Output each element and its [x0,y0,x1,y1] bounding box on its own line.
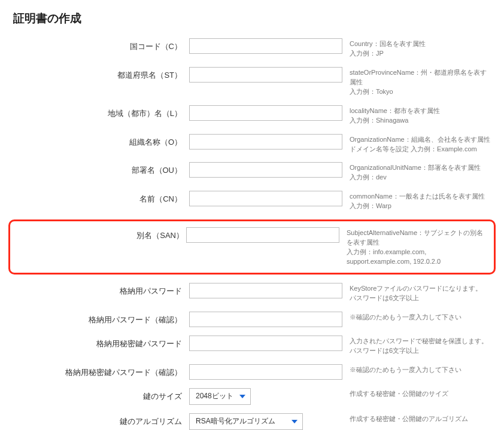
label-country: 国コード（C） [13,38,182,52]
hint-privatekey-password: 入力されたパスワードで秘密鍵を保護します。パスワードは6文字以上 [350,336,491,356]
row-san: 別名（SAN） SubjectAlternativeName：サブジェクトの別名… [8,219,496,275]
row-locality: 地域（都市）名（L） localityName：都市を表す属性入力例：Shina… [13,105,491,126]
input-privatekey-password-confirm[interactable] [189,364,342,380]
row-keystore-password-confirm: 格納用パスワード（確認） ※確認のためもう一度入力して下さい [13,312,491,327]
hint-privatekey-password-confirm: ※確認のためもう一度入力して下さい [350,364,491,375]
select-keyalgo-value: RSA暗号化アルゴリズム [196,416,275,426]
input-state[interactable] [189,67,342,83]
input-san[interactable] [186,227,339,243]
hint-country: Country：国名を表す属性入力例：JP [350,38,491,59]
label-org: 組織名称（O） [13,134,182,148]
input-org[interactable] [189,134,342,150]
row-keysize: 鍵のサイズ 2048ビット 作成する秘密鍵・公開鍵のサイズ [13,388,491,405]
certificate-form: 国コード（C） Country：国名を表す属性入力例：JP 都道府県名（ST） … [13,38,491,430]
row-privatekey-password: 格納用秘密鍵パスワード 入力されたパスワードで秘密鍵を保護します。パスワードは6… [13,336,491,356]
label-keyalgo: 鍵のアルゴリズム [13,413,182,427]
hint-state: stateOrProvinceName：州・都道府県名を表す属性入力例：Toky… [350,67,491,97]
label-keystore-password-confirm: 格納用パスワード（確認） [13,312,182,325]
input-locality[interactable] [189,105,342,121]
row-privatekey-password-confirm: 格納用秘密鍵パスワード（確認） ※確認のためもう一度入力して下さい [13,364,491,380]
input-keystore-password[interactable] [189,283,342,298]
row-org: 組織名称（O） OrganizationName：組織名、会社名を表す属性ドメイ… [13,134,491,154]
hint-locality: localityName：都市を表す属性入力例：Shinagawa [350,105,491,126]
page-title: 証明書の作成 [13,11,491,26]
hint-cn: commonName：一般名または氏名を表す属性入力例：Warp [350,191,491,211]
input-keystore-password-confirm[interactable] [189,312,342,327]
hint-keystore-password: KeyStoreファイルのパスワードになります。パスワードは6文字以上 [350,283,491,303]
hint-org: OrganizationName：組織名、会社名を表す属性ドメイン名等を設定 入… [350,134,491,154]
row-keystore-password: 格納用パスワード KeyStoreファイルのパスワードになります。パスワードは6… [13,283,491,303]
select-keysize[interactable]: 2048ビット [189,388,251,405]
label-state: 都道府県名（ST） [13,67,182,81]
hint-keyalgo: 作成する秘密鍵・公開鍵のアルゴリズム [350,413,491,424]
input-privatekey-password[interactable] [189,336,342,351]
caret-down-icon [239,395,245,398]
label-locality: 地域（都市）名（L） [13,105,182,119]
select-keysize-value: 2048ビット [196,391,233,401]
input-ou[interactable] [189,162,342,178]
hint-keystore-password-confirm: ※確認のためもう一度入力して下さい [350,312,491,322]
row-cn: 名前（CN） commonName：一般名または氏名を表す属性入力例：Warp [13,191,491,211]
row-country: 国コード（C） Country：国名を表す属性入力例：JP [13,38,491,59]
label-cn: 名前（CN） [13,191,182,205]
input-cn[interactable] [189,191,342,206]
caret-down-icon [292,420,297,423]
input-country[interactable] [189,38,342,54]
label-keystore-password: 格納用パスワード [13,283,182,297]
label-privatekey-password-confirm: 格納用秘密鍵パスワード（確認） [13,364,182,378]
label-ou: 部署名（OU） [13,162,182,176]
row-state: 都道府県名（ST） stateOrProvinceName：州・都道府県名を表す… [13,67,491,97]
label-keysize: 鍵のサイズ [13,388,182,402]
label-privatekey-password: 格納用秘密鍵パスワード [13,336,182,349]
row-ou: 部署名（OU） OrganizationalUnitName：部署名を表す属性入… [13,162,491,182]
row-keyalgo: 鍵のアルゴリズム RSA暗号化アルゴリズム 作成する秘密鍵・公開鍵のアルゴリズム [13,413,491,430]
label-san: 別名（SAN） [10,227,184,241]
hint-ou: OrganizationalUnitName：部署名を表す属性入力例：dev [350,162,491,182]
hint-keysize: 作成する秘密鍵・公開鍵のサイズ [350,388,491,399]
hint-san: SubjectAlternativeName：サブジェクトの別名を表す属性入力例… [347,227,489,267]
select-keyalgo[interactable]: RSA暗号化アルゴリズム [189,413,303,430]
